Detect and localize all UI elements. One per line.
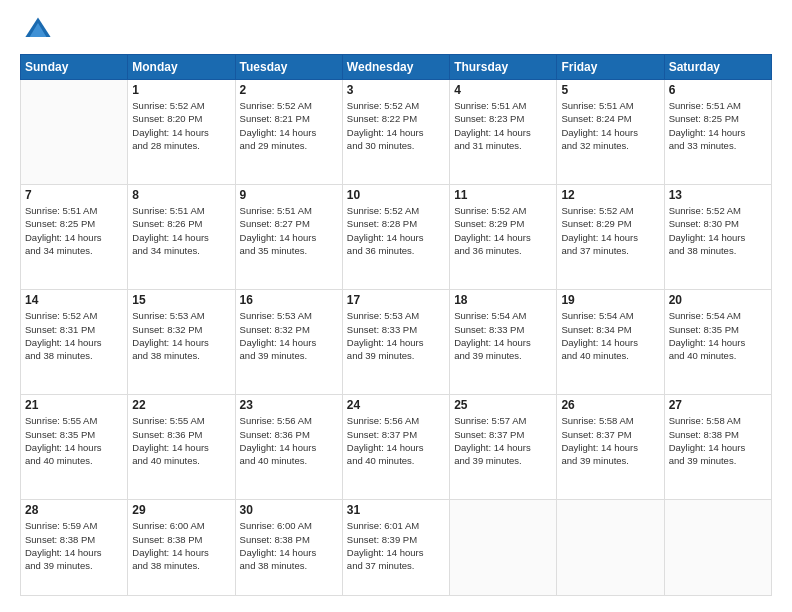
day-number: 18 [454, 293, 552, 307]
calendar-cell: 9Sunrise: 5:51 AM Sunset: 8:27 PM Daylig… [235, 185, 342, 290]
day-info: Sunrise: 6:01 AM Sunset: 8:39 PM Dayligh… [347, 519, 445, 572]
day-number: 25 [454, 398, 552, 412]
day-info: Sunrise: 6:00 AM Sunset: 8:38 PM Dayligh… [240, 519, 338, 572]
day-number: 22 [132, 398, 230, 412]
weekday-header-sunday: Sunday [21, 55, 128, 80]
calendar-cell: 19Sunrise: 5:54 AM Sunset: 8:34 PM Dayli… [557, 290, 664, 395]
calendar-cell: 18Sunrise: 5:54 AM Sunset: 8:33 PM Dayli… [450, 290, 557, 395]
calendar-cell [557, 500, 664, 596]
day-number: 27 [669, 398, 767, 412]
calendar-cell: 11Sunrise: 5:52 AM Sunset: 8:29 PM Dayli… [450, 185, 557, 290]
day-info: Sunrise: 5:59 AM Sunset: 8:38 PM Dayligh… [25, 519, 123, 572]
weekday-header-wednesday: Wednesday [342, 55, 449, 80]
day-info: Sunrise: 5:57 AM Sunset: 8:37 PM Dayligh… [454, 414, 552, 467]
day-info: Sunrise: 5:58 AM Sunset: 8:38 PM Dayligh… [669, 414, 767, 467]
day-info: Sunrise: 5:52 AM Sunset: 8:30 PM Dayligh… [669, 204, 767, 257]
day-number: 24 [347, 398, 445, 412]
day-number: 14 [25, 293, 123, 307]
day-info: Sunrise: 5:53 AM Sunset: 8:33 PM Dayligh… [347, 309, 445, 362]
weekday-header-thursday: Thursday [450, 55, 557, 80]
calendar-cell: 12Sunrise: 5:52 AM Sunset: 8:29 PM Dayli… [557, 185, 664, 290]
day-info: Sunrise: 5:54 AM Sunset: 8:35 PM Dayligh… [669, 309, 767, 362]
day-number: 30 [240, 503, 338, 517]
calendar-cell: 30Sunrise: 6:00 AM Sunset: 8:38 PM Dayli… [235, 500, 342, 596]
calendar-week-4: 21Sunrise: 5:55 AM Sunset: 8:35 PM Dayli… [21, 395, 772, 500]
calendar-cell: 26Sunrise: 5:58 AM Sunset: 8:37 PM Dayli… [557, 395, 664, 500]
day-number: 19 [561, 293, 659, 307]
calendar-cell: 13Sunrise: 5:52 AM Sunset: 8:30 PM Dayli… [664, 185, 771, 290]
calendar-cell: 4Sunrise: 5:51 AM Sunset: 8:23 PM Daylig… [450, 80, 557, 185]
day-info: Sunrise: 5:51 AM Sunset: 8:23 PM Dayligh… [454, 99, 552, 152]
calendar-cell: 27Sunrise: 5:58 AM Sunset: 8:38 PM Dayli… [664, 395, 771, 500]
calendar-cell: 6Sunrise: 5:51 AM Sunset: 8:25 PM Daylig… [664, 80, 771, 185]
day-number: 12 [561, 188, 659, 202]
weekday-header-friday: Friday [557, 55, 664, 80]
calendar-week-1: 1Sunrise: 5:52 AM Sunset: 8:20 PM Daylig… [21, 80, 772, 185]
day-info: Sunrise: 5:54 AM Sunset: 8:33 PM Dayligh… [454, 309, 552, 362]
day-number: 17 [347, 293, 445, 307]
day-number: 21 [25, 398, 123, 412]
day-info: Sunrise: 5:55 AM Sunset: 8:35 PM Dayligh… [25, 414, 123, 467]
day-number: 2 [240, 83, 338, 97]
calendar-cell: 25Sunrise: 5:57 AM Sunset: 8:37 PM Dayli… [450, 395, 557, 500]
calendar-cell: 21Sunrise: 5:55 AM Sunset: 8:35 PM Dayli… [21, 395, 128, 500]
day-number: 20 [669, 293, 767, 307]
calendar-cell: 15Sunrise: 5:53 AM Sunset: 8:32 PM Dayli… [128, 290, 235, 395]
calendar-cell: 20Sunrise: 5:54 AM Sunset: 8:35 PM Dayli… [664, 290, 771, 395]
day-info: Sunrise: 5:52 AM Sunset: 8:22 PM Dayligh… [347, 99, 445, 152]
day-info: Sunrise: 5:52 AM Sunset: 8:29 PM Dayligh… [454, 204, 552, 257]
page: SundayMondayTuesdayWednesdayThursdayFrid… [0, 0, 792, 612]
day-number: 15 [132, 293, 230, 307]
logo [20, 16, 52, 44]
day-number: 1 [132, 83, 230, 97]
day-number: 31 [347, 503, 445, 517]
day-info: Sunrise: 5:52 AM Sunset: 8:20 PM Dayligh… [132, 99, 230, 152]
day-info: Sunrise: 5:51 AM Sunset: 8:27 PM Dayligh… [240, 204, 338, 257]
day-info: Sunrise: 5:55 AM Sunset: 8:36 PM Dayligh… [132, 414, 230, 467]
calendar-cell: 28Sunrise: 5:59 AM Sunset: 8:38 PM Dayli… [21, 500, 128, 596]
day-info: Sunrise: 5:51 AM Sunset: 8:24 PM Dayligh… [561, 99, 659, 152]
day-info: Sunrise: 5:52 AM Sunset: 8:29 PM Dayligh… [561, 204, 659, 257]
day-number: 16 [240, 293, 338, 307]
calendar-cell: 7Sunrise: 5:51 AM Sunset: 8:25 PM Daylig… [21, 185, 128, 290]
calendar-cell: 31Sunrise: 6:01 AM Sunset: 8:39 PM Dayli… [342, 500, 449, 596]
calendar-cell: 17Sunrise: 5:53 AM Sunset: 8:33 PM Dayli… [342, 290, 449, 395]
calendar-cell [664, 500, 771, 596]
weekday-header-row: SundayMondayTuesdayWednesdayThursdayFrid… [21, 55, 772, 80]
day-number: 7 [25, 188, 123, 202]
calendar-body: 1Sunrise: 5:52 AM Sunset: 8:20 PM Daylig… [21, 80, 772, 596]
calendar-week-3: 14Sunrise: 5:52 AM Sunset: 8:31 PM Dayli… [21, 290, 772, 395]
logo-icon [24, 16, 52, 44]
header [20, 16, 772, 44]
day-info: Sunrise: 5:51 AM Sunset: 8:25 PM Dayligh… [669, 99, 767, 152]
calendar-week-5: 28Sunrise: 5:59 AM Sunset: 8:38 PM Dayli… [21, 500, 772, 596]
day-number: 28 [25, 503, 123, 517]
day-info: Sunrise: 5:51 AM Sunset: 8:25 PM Dayligh… [25, 204, 123, 257]
calendar-cell [21, 80, 128, 185]
calendar-cell: 10Sunrise: 5:52 AM Sunset: 8:28 PM Dayli… [342, 185, 449, 290]
day-info: Sunrise: 5:56 AM Sunset: 8:37 PM Dayligh… [347, 414, 445, 467]
day-info: Sunrise: 5:52 AM Sunset: 8:21 PM Dayligh… [240, 99, 338, 152]
weekday-header-monday: Monday [128, 55, 235, 80]
calendar-header: SundayMondayTuesdayWednesdayThursdayFrid… [21, 55, 772, 80]
day-number: 26 [561, 398, 659, 412]
calendar-cell: 22Sunrise: 5:55 AM Sunset: 8:36 PM Dayli… [128, 395, 235, 500]
day-number: 9 [240, 188, 338, 202]
calendar-cell: 5Sunrise: 5:51 AM Sunset: 8:24 PM Daylig… [557, 80, 664, 185]
day-info: Sunrise: 5:51 AM Sunset: 8:26 PM Dayligh… [132, 204, 230, 257]
day-number: 3 [347, 83, 445, 97]
day-number: 29 [132, 503, 230, 517]
day-info: Sunrise: 5:58 AM Sunset: 8:37 PM Dayligh… [561, 414, 659, 467]
calendar-week-2: 7Sunrise: 5:51 AM Sunset: 8:25 PM Daylig… [21, 185, 772, 290]
weekday-header-saturday: Saturday [664, 55, 771, 80]
day-info: Sunrise: 5:54 AM Sunset: 8:34 PM Dayligh… [561, 309, 659, 362]
calendar-cell: 3Sunrise: 5:52 AM Sunset: 8:22 PM Daylig… [342, 80, 449, 185]
calendar-cell: 14Sunrise: 5:52 AM Sunset: 8:31 PM Dayli… [21, 290, 128, 395]
day-info: Sunrise: 5:53 AM Sunset: 8:32 PM Dayligh… [240, 309, 338, 362]
calendar-cell: 24Sunrise: 5:56 AM Sunset: 8:37 PM Dayli… [342, 395, 449, 500]
weekday-header-tuesday: Tuesday [235, 55, 342, 80]
day-number: 5 [561, 83, 659, 97]
day-number: 23 [240, 398, 338, 412]
calendar-cell [450, 500, 557, 596]
calendar-table: SundayMondayTuesdayWednesdayThursdayFrid… [20, 54, 772, 596]
